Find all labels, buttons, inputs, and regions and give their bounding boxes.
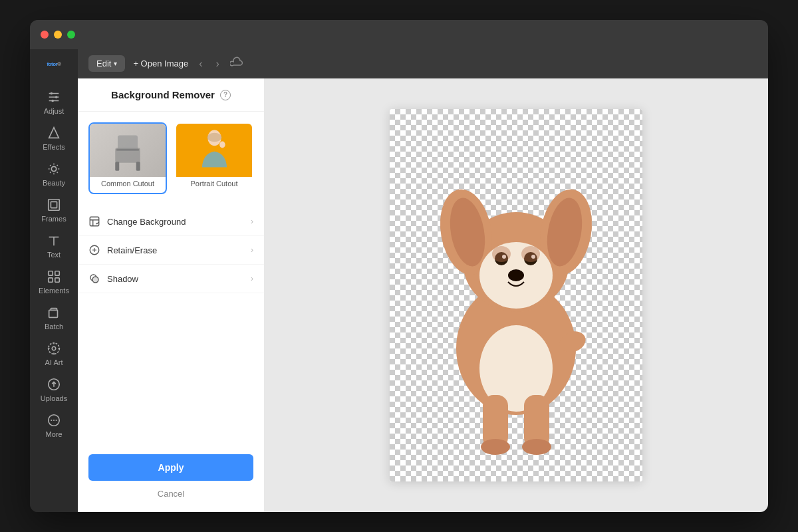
fotor-logo: fotor® bbox=[47, 55, 61, 84]
sidebar-item-more[interactable]: More bbox=[30, 408, 78, 444]
portrait-cutout-label: Portrait Cutout bbox=[176, 177, 252, 193]
retain-erase-label: Retain/Erase bbox=[107, 245, 157, 255]
svg-point-22 bbox=[56, 420, 57, 421]
svg-rect-25 bbox=[115, 162, 119, 171]
options-list: Change Background › Retain/E bbox=[78, 205, 264, 327]
svg-point-5 bbox=[51, 100, 54, 102]
svg-point-21 bbox=[53, 420, 55, 421]
svg-point-1 bbox=[51, 92, 53, 95]
main-content: Background Remover ? bbox=[78, 78, 768, 512]
svg-point-53 bbox=[521, 246, 540, 262]
svg-point-52 bbox=[492, 246, 511, 262]
ai-art-icon bbox=[47, 341, 61, 356]
sidebar-label-batch: Batch bbox=[45, 323, 63, 331]
portrait-cutout-thumbnail bbox=[176, 124, 252, 177]
sidebar-label-beauty: Beauty bbox=[43, 179, 65, 187]
edit-button[interactable]: Edit ▾ bbox=[88, 55, 125, 72]
change-bg-icon bbox=[88, 215, 100, 227]
sidebar-label-uploads: Uploads bbox=[41, 394, 67, 402]
apply-button[interactable]: Apply bbox=[88, 454, 253, 481]
open-image-button[interactable]: + Open Image bbox=[133, 59, 188, 68]
maximize-button[interactable] bbox=[67, 31, 75, 39]
cutout-options: Common Cutout bbox=[78, 112, 264, 205]
sidebar-item-beauty[interactable]: Beauty bbox=[30, 156, 78, 192]
sidebar-item-batch[interactable]: Batch bbox=[30, 300, 78, 336]
sidebar-label-frames: Frames bbox=[41, 215, 66, 223]
svg-rect-13 bbox=[49, 278, 53, 282]
help-icon[interactable]: ? bbox=[220, 90, 231, 100]
more-icon bbox=[47, 413, 61, 428]
sidebar-label-text: Text bbox=[47, 251, 61, 259]
shadow-row[interactable]: Shadow › bbox=[78, 265, 264, 293]
svg-point-30 bbox=[219, 141, 225, 148]
chevron-down-icon: ▾ bbox=[114, 60, 117, 67]
sidebar-item-adjust[interactable]: Adjust bbox=[30, 84, 78, 120]
change-bg-chevron: › bbox=[251, 217, 253, 226]
sidebar-item-effects[interactable]: Effects bbox=[30, 120, 78, 156]
retain-erase-chevron: › bbox=[251, 245, 253, 255]
common-cutout-label: Common Cutout bbox=[90, 177, 166, 193]
portrait-cutout-card[interactable]: Portrait Cutout bbox=[175, 122, 253, 194]
common-cutout-card[interactable]: Common Cutout bbox=[88, 122, 167, 194]
svg-rect-31 bbox=[90, 217, 99, 226]
titlebar bbox=[30, 20, 768, 49]
minimize-button[interactable] bbox=[54, 31, 62, 39]
toolbar: Edit ▾ + Open Image ‹ › bbox=[78, 49, 768, 78]
svg-rect-12 bbox=[55, 271, 59, 275]
change-background-row[interactable]: Change Background › bbox=[78, 207, 264, 236]
svg-rect-27 bbox=[116, 149, 140, 151]
sidebar-label-effects: Effects bbox=[43, 143, 65, 151]
app-window: fotor® Adjust Effects bbox=[30, 20, 768, 512]
common-cutout-thumbnail bbox=[90, 124, 166, 177]
svg-point-20 bbox=[51, 420, 52, 421]
side-panel: Background Remover ? bbox=[78, 78, 264, 512]
cancel-button[interactable]: Cancel bbox=[88, 486, 253, 501]
sidebar-item-uploads[interactable]: Uploads bbox=[30, 372, 78, 408]
panel-header: Background Remover ? bbox=[78, 78, 264, 112]
sidebar-label-adjust: Adjust bbox=[44, 107, 65, 115]
image-container bbox=[390, 109, 642, 481]
canvas-area bbox=[264, 78, 768, 512]
dog-image bbox=[390, 109, 642, 481]
shadow-chevron: › bbox=[251, 274, 253, 283]
sidebar: fotor® Adjust Effects bbox=[30, 49, 78, 512]
svg-rect-8 bbox=[51, 201, 57, 207]
svg-point-50 bbox=[481, 439, 510, 455]
svg-point-47 bbox=[508, 269, 524, 281]
panel-title: Background Remover bbox=[111, 89, 215, 100]
sidebar-item-ai-art[interactable]: AI Art bbox=[30, 336, 78, 372]
elements-icon bbox=[47, 269, 61, 284]
svg-point-51 bbox=[522, 439, 551, 455]
svg-point-17 bbox=[49, 343, 60, 354]
app-body: fotor® Adjust Effects bbox=[30, 49, 768, 512]
retain-erase-row[interactable]: Retain/Erase › bbox=[78, 236, 264, 265]
batch-icon bbox=[47, 305, 61, 320]
sidebar-item-elements[interactable]: Elements bbox=[30, 264, 78, 300]
svg-rect-24 bbox=[118, 136, 138, 151]
corgi-dog-svg bbox=[403, 122, 629, 468]
chair-icon bbox=[108, 128, 148, 173]
sidebar-label-ai-art: AI Art bbox=[45, 358, 63, 366]
svg-point-16 bbox=[52, 346, 56, 350]
beauty-icon bbox=[47, 162, 61, 176]
shadow-icon bbox=[88, 273, 100, 285]
retain-erase-icon bbox=[88, 244, 100, 256]
sidebar-label-more: More bbox=[45, 430, 62, 438]
svg-point-6 bbox=[51, 166, 56, 171]
nav-forward-button[interactable]: › bbox=[213, 55, 221, 72]
sliders-icon bbox=[47, 90, 61, 104]
close-button[interactable] bbox=[41, 31, 49, 39]
nav-back-button[interactable]: ‹ bbox=[196, 55, 205, 72]
panel-footer: Apply Cancel bbox=[78, 444, 264, 512]
effects-icon bbox=[47, 126, 61, 140]
frames-icon bbox=[47, 198, 61, 212]
svg-rect-14 bbox=[55, 278, 59, 282]
sidebar-label-elements: Elements bbox=[39, 287, 69, 295]
svg-rect-15 bbox=[49, 310, 58, 317]
cloud-save-icon[interactable] bbox=[230, 55, 243, 72]
sidebar-item-frames[interactable]: Frames bbox=[30, 192, 78, 228]
person-icon bbox=[196, 128, 233, 173]
sidebar-item-text[interactable]: Text bbox=[30, 228, 78, 264]
svg-rect-7 bbox=[49, 200, 60, 211]
text-icon bbox=[47, 233, 61, 248]
